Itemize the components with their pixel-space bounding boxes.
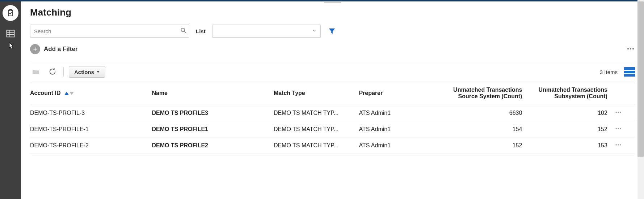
search-wrapper [30,25,189,38]
col-source-count[interactable]: Unmatched Transactions Source System (Co… [440,83,530,105]
more-horizontal-icon [615,141,622,148]
cell-name-link[interactable]: DEMO TS PROFILE2 [152,138,273,154]
clipboard-icon [6,9,15,17]
list-view-toggle[interactable] [624,67,635,77]
scrollbar-thumb[interactable] [637,1,644,157]
svg-point-13 [615,112,616,113]
list-select[interactable] [212,25,321,38]
col-match-type[interactable]: Match Type [274,83,359,105]
sort-indicator [64,92,74,95]
svg-point-11 [630,48,631,49]
more-horizontal-icon [626,44,635,53]
side-rail [0,1,21,199]
col-preparer[interactable]: Preparer [359,83,440,105]
row-more-button[interactable] [615,127,622,133]
svg-point-20 [618,144,619,145]
table-toolbar: Actions 3 Items [30,61,635,83]
more-horizontal-icon [615,109,622,116]
folder-open-button[interactable] [30,66,42,78]
table-row[interactable]: DEMO-TS-PROFILE-2 DEMO TS PROFILE2 DEMO … [30,138,635,154]
svg-point-6 [181,28,185,32]
cell-match-type: DEMO TS MATCH TYP... [274,121,359,138]
search-input[interactable] [30,25,189,38]
search-toolbar: List [30,25,635,38]
cell-row-actions [615,105,635,121]
svg-point-10 [627,48,629,49]
cell-account-id: DEMO-TS-PROFIL-3 [30,105,152,121]
cell-match-type: DEMO TS MATCH TYP... [274,105,359,121]
actions-label: Actions [74,69,94,75]
col-match-type-label: Match Type [274,90,305,96]
add-filter-button[interactable]: Add a Filter [30,44,78,54]
row-more-button[interactable] [615,143,622,150]
funnel-icon [328,27,336,35]
cell-subsystem-count: 102 [529,105,615,121]
svg-rect-2 [7,30,14,37]
main-content: Matching List [21,1,644,199]
cell-preparer-link[interactable]: ATS Admin1 [359,138,440,154]
grid-checklist-icon [5,29,16,39]
svg-point-16 [615,128,616,129]
nav-matching-button[interactable] [4,27,17,40]
cell-account-id: DEMO-TS-PROFILE-1 [30,121,152,138]
page-title: Matching [30,7,635,18]
col-account-id[interactable]: Account ID [30,83,152,105]
cell-match-type: DEMO TS MATCH TYP... [274,138,359,154]
svg-point-17 [618,128,619,129]
more-horizontal-icon [615,125,622,132]
svg-point-12 [632,48,634,49]
refresh-icon [49,68,56,76]
cell-source-count: 152 [440,138,530,154]
caret-down-icon [96,70,100,74]
sort-asc-icon [64,92,69,95]
cell-row-actions [615,121,635,138]
svg-point-15 [620,112,621,113]
cell-name-link[interactable]: DEMO TS PROFILE3 [152,105,273,121]
cell-account-id: DEMO-TS-PROFILE-2 [30,138,152,154]
filter-button[interactable] [327,26,337,36]
filter-more-button[interactable] [626,44,635,54]
col-name-label: Name [152,90,168,96]
actions-menu-button[interactable]: Actions [69,66,105,78]
list-label: List [196,28,206,34]
table-header-row: Account ID Name Match Type Preparer Unma… [30,83,635,105]
cell-preparer-link[interactable]: ATS Admin1 [359,121,440,138]
cell-subsystem-count: 153 [529,138,615,154]
svg-point-18 [620,128,621,129]
toolbar-divider [63,67,64,77]
svg-point-21 [620,144,621,145]
svg-rect-1 [9,9,12,11]
svg-point-14 [618,112,619,113]
items-count: 3 Items [600,69,618,75]
cell-source-count: 6630 [440,105,530,121]
col-subsystem-count[interactable]: Unmatched Transactions Subsystem (Count) [529,83,615,105]
refresh-button[interactable] [47,66,58,78]
col-subsystem-count-label: Unmatched Transactions Subsystem (Count) [539,87,607,99]
add-filter-label: Add a Filter [44,46,78,53]
col-source-count-label: Unmatched Transactions Source System (Co… [453,87,522,99]
table-row[interactable]: DEMO-TS-PROFIL-3 DEMO TS PROFILE3 DEMO T… [30,105,635,121]
col-preparer-label: Preparer [359,90,383,96]
col-name[interactable]: Name [152,83,273,105]
table-row[interactable]: DEMO-TS-PROFILE-1 DEMO TS PROFILE1 DEMO … [30,121,635,138]
panel-drag-handle[interactable] [324,1,342,4]
filter-bar: Add a Filter [30,41,635,61]
sort-desc-icon [70,92,74,95]
cell-row-actions [615,138,635,154]
svg-line-7 [185,31,186,33]
cell-preparer-link[interactable]: ATS Admin1 [359,105,440,121]
chevron-down-icon [312,28,317,34]
nav-worklist-button[interactable] [3,5,18,21]
col-actions [615,83,635,105]
row-more-button[interactable] [615,111,622,117]
cell-subsystem-count: 152 [529,121,615,138]
matching-table: Account ID Name Match Type Preparer Unma… [30,83,635,154]
folder-icon [31,68,40,76]
cell-source-count: 154 [440,121,530,138]
svg-point-19 [615,144,616,145]
search-icon[interactable] [180,27,187,35]
cell-name-link[interactable]: DEMO TS PROFILE1 [152,121,273,138]
col-account-id-label: Account ID [30,90,60,96]
plus-circle-icon [30,44,40,54]
